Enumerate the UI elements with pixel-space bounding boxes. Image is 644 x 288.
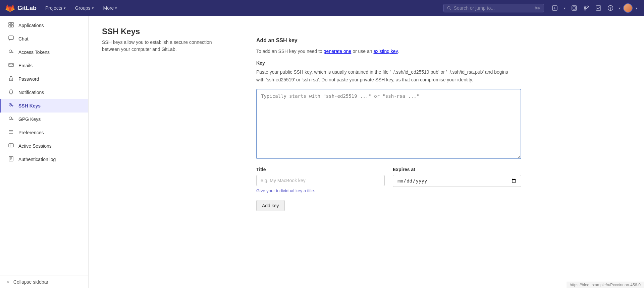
search-input[interactable] [454, 5, 532, 11]
emails-icon [8, 62, 14, 69]
svg-rect-14 [11, 22, 13, 24]
collapse-icon: « [7, 279, 9, 285]
expires-input[interactable] [393, 175, 521, 187]
search-shortcut: ⌘K [534, 6, 540, 10]
key-textarea[interactable] [256, 89, 521, 159]
sidebar-item-label: GPG Keys [18, 117, 41, 122]
page-subtitle: SSH keys allow you to establish a secure… [102, 39, 229, 53]
sidebar-item-label: Applications [18, 23, 44, 28]
collapse-sidebar-button[interactable]: « Collapse sidebar [0, 276, 88, 288]
svg-rect-21 [9, 63, 13, 67]
sidebar-item-active-sessions[interactable]: Active Sessions [0, 139, 88, 153]
sidebar-item-authentication-log[interactable]: Authentication log [0, 153, 88, 166]
status-bar: https://blog.example/n/Pxxx/nnnn-456-0 [567, 282, 644, 288]
generate-one-link[interactable]: generate one [324, 49, 352, 54]
svg-point-23 [11, 79, 11, 80]
add-ssh-key-heading: Add an SSH key [256, 38, 525, 44]
existing-key-link[interactable]: existing key [374, 49, 398, 54]
merge-requests-button[interactable] [581, 3, 592, 13]
sidebar-item-label: Emails [18, 63, 33, 68]
sidebar-item-applications[interactable]: Applications [0, 19, 88, 32]
preferences-icon [8, 129, 14, 136]
search-bar[interactable]: ⌘K [443, 4, 544, 12]
sidebar-item-label: Preferences [18, 130, 44, 135]
svg-point-7 [584, 6, 586, 8]
svg-rect-16 [11, 25, 13, 27]
add-key-button[interactable]: Add key [256, 200, 285, 211]
expires-field-group: Expires at [393, 167, 521, 193]
access-tokens-icon [8, 49, 14, 56]
logo-text: GitLab [17, 5, 37, 12]
sidebar-item-ssh-keys[interactable]: SSH Keys [0, 99, 88, 113]
svg-rect-36 [9, 144, 13, 147]
sidebar-item-label: SSH Keys [18, 103, 41, 109]
todos-button[interactable] [593, 3, 604, 13]
sidebar-item-label: Password [18, 76, 39, 82]
sidebar-item-label: Notifications [18, 90, 44, 95]
svg-line-1 [450, 9, 451, 10]
issues-button[interactable] [569, 3, 580, 13]
password-icon [8, 76, 14, 82]
more-nav-link[interactable]: More ▾ [100, 4, 121, 12]
sidebar-item-label: Authentication log [18, 157, 56, 162]
svg-rect-15 [9, 25, 11, 27]
svg-point-8 [587, 6, 589, 8]
sidebar-item-label: Chat [18, 36, 29, 42]
sidebar-item-notifications[interactable]: Notifications [0, 86, 88, 99]
svg-point-18 [9, 50, 12, 53]
new-item-button[interactable] [549, 3, 560, 13]
sidebar-item-gpg-keys[interactable]: GPG Keys [0, 113, 88, 126]
active-sessions-icon [8, 143, 14, 149]
collapse-label: Collapse sidebar [13, 279, 48, 285]
svg-point-25 [10, 104, 11, 105]
sidebar-item-access-tokens[interactable]: Access Tokens [0, 46, 88, 59]
sidebar-item-label: Access Tokens [18, 50, 50, 55]
top-navigation: GitLab Projects ▾ Groups ▾ More ▾ ⌘K ▾ [0, 0, 644, 16]
svg-rect-17 [9, 36, 13, 40]
authentication-log-icon [8, 156, 14, 163]
avatar-dropdown-button[interactable]: ▾ [634, 3, 639, 13]
chat-icon [8, 35, 14, 42]
applications-icon [8, 22, 14, 29]
logo[interactable]: GitLab [5, 3, 37, 13]
gpg-keys-icon [8, 116, 14, 123]
user-avatar[interactable] [623, 3, 633, 13]
ssh-keys-icon [8, 102, 14, 109]
projects-nav-link[interactable]: Projects ▾ [42, 4, 69, 12]
help-button[interactable]: ? [605, 3, 616, 13]
title-expires-row: Title Give your individual key a title. … [256, 167, 521, 193]
sidebar-item-chat[interactable]: Chat [0, 32, 88, 46]
avatar-chevron-icon: ▾ [636, 6, 637, 10]
sidebar-item-label: Active Sessions [18, 143, 52, 149]
more-chevron-icon: ▾ [115, 6, 117, 10]
title-label: Title [256, 167, 385, 172]
key-description-text: Paste your public SSH key, which is usua… [256, 68, 511, 83]
svg-rect-13 [9, 22, 11, 24]
sidebar-item-password[interactable]: Password [0, 72, 88, 86]
svg-rect-6 [573, 7, 576, 9]
help-dropdown-button[interactable]: ▾ [617, 3, 622, 13]
gitlab-logo-icon [5, 3, 15, 13]
sidebar: Applications Chat Access Tokens [0, 16, 89, 288]
search-icon [447, 6, 451, 10]
new-dropdown-chevron-icon: ▾ [564, 6, 566, 10]
sidebar-item-emails[interactable]: Emails [0, 59, 88, 72]
title-input[interactable] [256, 175, 385, 186]
projects-chevron-icon: ▾ [64, 6, 66, 10]
help-chevron-icon: ▾ [619, 6, 621, 10]
groups-chevron-icon: ▾ [92, 6, 94, 10]
title-field-group: Title Give your individual key a title. [256, 167, 385, 193]
svg-text:?: ? [609, 7, 611, 10]
new-dropdown-button[interactable]: ▾ [561, 3, 568, 13]
main-content: SSH Keys SSH keys allow you to establish… [89, 16, 644, 288]
groups-nav-link[interactable]: Groups ▾ [72, 4, 97, 12]
page-title: SSH Keys [102, 27, 229, 36]
sidebar-item-preferences[interactable]: Preferences [0, 126, 88, 139]
svg-point-29 [9, 117, 12, 120]
key-label: Key [256, 60, 525, 66]
svg-rect-5 [572, 6, 577, 10]
notifications-icon [8, 89, 14, 96]
expires-label: Expires at [393, 167, 521, 172]
topnav-icon-group: ▾ ? [549, 3, 639, 13]
add-ssh-key-description: To add an SSH key you need to generate o… [256, 48, 511, 55]
